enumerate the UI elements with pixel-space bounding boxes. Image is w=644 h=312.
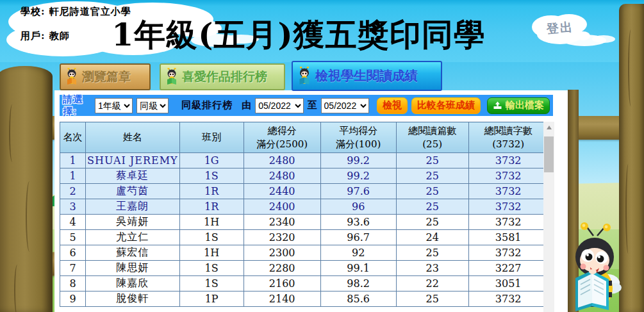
compare-classes-button[interactable]: 比較各班成績 [411, 97, 481, 114]
cell-words: 3732 [468, 153, 548, 168]
table-row: 7陳思妍1S228099.1233227 [60, 261, 549, 276]
cell-articles: 25 [396, 153, 468, 168]
cell-articles: 25 [396, 199, 468, 215]
to-label: 至 [308, 99, 317, 111]
cell-name: 蘇宏信 [86, 245, 180, 261]
table-row: 1蔡卓廷1S248099.2253732 [60, 168, 549, 184]
cell-words: 3732 [468, 215, 548, 230]
wood-grain [628, 29, 634, 106]
cell-class: 1G [179, 153, 244, 168]
table-row: 4吳靖妍1H234093.6253732 [60, 215, 549, 230]
table-row: 9脫俊軒1P214085.6253732 [60, 291, 549, 307]
column-header: 總得分滿分(2500) [244, 122, 320, 153]
cell-total: 2340 [244, 215, 320, 230]
cell-avg: 93.6 [320, 215, 396, 230]
to-date-select[interactable]: 05/2022 [321, 98, 369, 113]
scrollbar-thumb[interactable] [544, 136, 554, 172]
column-header: 班別 [179, 122, 244, 153]
tab-view-reading-results[interactable]: 檢視學生閱讀成績 [292, 61, 442, 91]
fence-post-left [0, 66, 53, 312]
export-file-button[interactable]: 輸出檔案 [487, 97, 550, 114]
bee-reading-icon [65, 68, 79, 86]
cell-words: 3227 [468, 261, 548, 276]
cell-class: 1S [179, 230, 244, 245]
scope-select[interactable]: 同級 [136, 98, 169, 113]
column-header: 姓名 [86, 122, 180, 153]
table-scrollbar[interactable] [543, 122, 554, 312]
cell-articles: 25 [396, 291, 468, 307]
cell-words: 3732 [468, 184, 548, 199]
cell-words: 3732 [468, 199, 548, 215]
cell-name: 王嘉朗 [86, 199, 180, 215]
cell-avg: 99.1 [320, 261, 396, 276]
column-header: 平均得分滿分(100) [320, 122, 396, 153]
logout-button[interactable]: 登出 [529, 12, 591, 46]
scroll-up-arrow[interactable] [543, 122, 554, 133]
cell-class: 1S [179, 276, 244, 291]
cell-rank: 3 [60, 199, 86, 215]
table-row: 1SHUAI JEREMY1G248099.2253732 [60, 153, 549, 168]
tab-browse-articles[interactable]: 瀏覽篇章 [60, 63, 151, 90]
bee-reading-icon [165, 68, 179, 86]
from-date-select[interactable]: 05/2022 [255, 98, 303, 113]
cell-total: 2320 [244, 230, 320, 245]
select-prompt-label: 請選擇: [63, 94, 91, 118]
tab-label: 喜愛作品排行榜 [182, 69, 267, 85]
cell-words: 3732 [468, 291, 548, 307]
student-ranking-table: 名次姓名班別總得分滿分(2500)平均得分滿分(100)總閱讀篇數(25)總閱讀… [60, 122, 549, 307]
cell-class: 1S [179, 168, 244, 184]
cell-articles: 25 [396, 184, 468, 199]
cell-name: 脫俊軒 [86, 291, 180, 307]
grade-select[interactable]: 1年級 [95, 98, 133, 113]
cell-name: SHUAI JEREMY [86, 153, 180, 168]
wood-grain [26, 181, 33, 252]
cell-class: 1S [179, 261, 244, 276]
cell-articles: 25 [396, 215, 468, 230]
cell-name: 陳嘉欣 [86, 276, 180, 291]
table-row: 8陳嘉欣1S216098.2223051 [60, 276, 549, 291]
cell-total: 2140 [244, 291, 320, 307]
cell-articles: 25 [396, 168, 468, 184]
cell-avg: 96 [320, 199, 396, 215]
cell-name: 吳靖妍 [86, 215, 180, 230]
cell-articles: 22 [396, 276, 468, 291]
column-header: 總閱讀字數(3732) [468, 122, 548, 153]
table-row: 3王嘉朗1R240096253732 [60, 199, 549, 215]
cell-class: 1H [179, 245, 244, 261]
view-button[interactable]: 檢視 [377, 97, 408, 114]
bee-mascot-icon [566, 222, 622, 312]
cell-articles: 25 [396, 245, 468, 261]
cell-class: 1R [179, 199, 244, 215]
from-label: 由 [242, 99, 251, 111]
page-title: 1年級(五月)獲五獎印同學 [69, 14, 528, 56]
cell-name: 尤立仁 [86, 230, 180, 245]
cell-avg: 85.6 [320, 291, 396, 307]
bee-reading-icon [297, 67, 312, 86]
cell-total: 2300 [244, 245, 320, 261]
cell-class: 1P [179, 291, 244, 307]
wood-grain [9, 104, 15, 162]
user-label: 用戶: 教師 [21, 30, 70, 42]
cell-words: 3732 [468, 168, 548, 184]
cell-total: 2480 [244, 153, 320, 168]
cell-avg: 99.2 [320, 168, 396, 184]
cell-avg: 96.7 [320, 230, 396, 245]
table-row: 5尤立仁1S232096.7243581 [60, 230, 549, 245]
cell-avg: 97.6 [320, 184, 396, 199]
cell-class: 1H [179, 215, 244, 230]
tab-label: 檢視學生閱讀成績 [315, 67, 418, 85]
cell-avg: 92 [320, 245, 396, 261]
cell-name: 蔡卓廷 [86, 168, 180, 184]
cell-total: 2480 [244, 168, 320, 184]
fence-post-right [619, 4, 644, 312]
table-header-row: 名次姓名班別總得分滿分(2500)平均得分滿分(100)總閱讀篇數(25)總閱讀… [60, 122, 549, 153]
cell-articles: 23 [396, 261, 468, 276]
column-header: 名次 [60, 122, 86, 153]
table-row: 6蘇宏信1H230092253732 [60, 245, 549, 261]
cell-avg: 98.2 [320, 276, 396, 291]
cell-words: 3051 [468, 276, 548, 291]
column-header: 總閱讀篇數(25) [396, 122, 468, 153]
content-panel: 請選擇: 1年級 同級 同級排行榜 由 05/2022 至 05/2022 檢視… [54, 90, 568, 312]
tab-favorite-ranking[interactable]: 喜愛作品排行榜 [160, 63, 285, 90]
tab-label: 瀏覽篇章 [82, 69, 131, 85]
